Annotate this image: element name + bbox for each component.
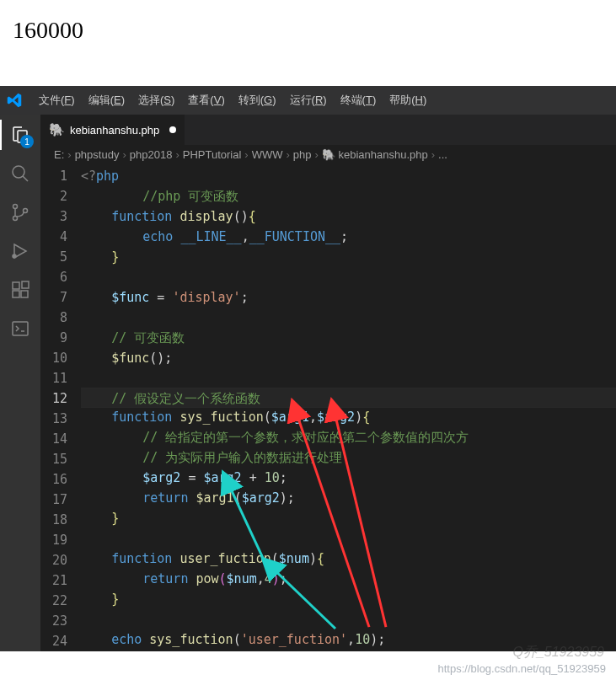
code-line[interactable] [81,528,616,549]
watermark-id: Q乔_51923959 [512,644,604,661]
svg-rect-9 [13,322,28,335]
code-line[interactable]: $func = 'display'; [81,287,616,308]
line-numbers: 123456789101112131415161718192021222324 [40,164,81,651]
code-line[interactable]: $func(); [81,348,616,368]
code-line[interactable]: function user_fuction($num){ [81,549,616,569]
menu-e[interactable]: 编辑(E) [82,89,131,111]
code-line[interactable]: //php 可变函数 [81,186,616,206]
breadcrumb-item[interactable]: ... [438,148,447,161]
chevron-right-icon: › [315,148,319,161]
code-line[interactable] [81,368,616,388]
code-line[interactable]: $arg2 = $arg2 + 10; [81,468,616,488]
code-line[interactable]: } [81,247,616,267]
svg-point-0 [13,166,24,178]
search-icon[interactable] [8,162,32,185]
menu-r[interactable]: 运行(R) [283,89,334,111]
code-line[interactable]: function display(){ [81,206,616,227]
chevron-right-icon: › [286,148,289,161]
source-control-icon[interactable] [8,201,32,224]
explorer-icon[interactable]: 1 [8,123,32,147]
breadcrumb-item[interactable]: E: [54,148,64,161]
explorer-badge: 1 [20,135,34,148]
code-line[interactable]: return pow($num,4); [81,569,616,589]
svg-rect-5 [13,282,19,289]
chevron-right-icon: › [431,148,435,161]
breadcrumbs[interactable]: E:›phpstudy›php2018›PHPTutorial›WWW›php›… [40,145,616,164]
svg-rect-7 [21,291,28,297]
vscode-window: 文件(F)编辑(E)选择(S)查看(V)转到(G)运行(R)终端(T)帮助(H)… [0,86,616,651]
chevron-right-icon: › [244,148,248,161]
menu-bar: 文件(F)编辑(E)选择(S)查看(V)转到(G)运行(R)终端(T)帮助(H) [32,89,433,111]
svg-point-4 [13,254,16,258]
breadcrumb-item[interactable]: 🐘 kebianhanshu.php [322,148,428,161]
php-file-icon: 🐘 [49,122,65,137]
menu-f[interactable]: 文件(F) [32,89,82,111]
chevron-right-icon: › [122,148,126,161]
code-line[interactable] [81,267,616,287]
code-line[interactable]: return $arg1($arg2); [81,488,616,508]
breadcrumb-item[interactable]: phpstudy [75,148,120,161]
menu-t[interactable]: 终端(T) [334,89,383,111]
code-line[interactable]: // 为实际用户输入的数据进行处理 [81,447,616,468]
watermark-url: https://blog.csdn.net/qq_51923959 [438,662,607,675]
code-line[interactable]: } [81,589,616,609]
editor-area: 🐘 kebianhanshu.php E:›phpstudy›php2018›P… [40,115,616,651]
code-line[interactable]: <?php [81,166,616,186]
editor-tab[interactable]: 🐘 kebianhanshu.php [40,115,185,145]
titlebar: 文件(F)编辑(E)选择(S)查看(V)转到(G)运行(R)终端(T)帮助(H) [0,86,616,115]
code-line[interactable] [81,308,616,328]
svg-point-3 [24,209,28,213]
chevron-right-icon: › [175,148,179,161]
svg-point-2 [13,217,18,221]
code-line[interactable]: function sys_fuction($arg1,$arg2){ [81,407,616,427]
breadcrumb-item[interactable]: WWW [252,148,283,161]
code-line[interactable]: } [81,508,616,528]
menu-h[interactable]: 帮助(H) [383,89,433,111]
tab-bar: 🐘 kebianhanshu.php [40,115,616,145]
extensions-icon[interactable] [8,278,32,302]
menu-g[interactable]: 转到(G) [232,89,283,111]
code-line[interactable] [81,609,616,629]
svg-rect-6 [13,291,19,297]
run-debug-icon[interactable] [8,239,32,263]
vscode-logo-icon [7,93,22,108]
code-line[interactable]: echo __LINE__,__FUNCTION__; [81,227,616,247]
code-line[interactable]: // 假设定义一个系统函数 [81,388,616,408]
menu-v[interactable]: 查看(V) [181,89,231,111]
breadcrumb-item[interactable]: php2018 [130,148,173,161]
browser-output: 160000 [0,0,616,86]
code-line[interactable]: // 给指定的第一个参数，求对应的第二个参数值的四次方 [81,427,616,447]
svg-rect-8 [22,281,29,288]
terminal-panel-icon[interactable] [8,317,32,340]
tab-filename: kebianhanshu.php [70,124,159,137]
breadcrumb-item[interactable]: php [293,148,312,161]
menu-s[interactable]: 选择(S) [131,89,181,111]
modified-indicator-icon [169,126,176,133]
svg-point-1 [13,205,18,209]
breadcrumb-item[interactable]: PHPTutorial [183,148,242,161]
code-content[interactable]: <?php //php 可变函数 function display(){ ech… [81,164,616,651]
activity-bar: 1 [0,115,40,651]
code-line[interactable]: // 可变函数 [81,328,616,348]
chevron-right-icon: › [67,148,71,161]
code-editor[interactable]: 123456789101112131415161718192021222324 … [40,164,616,651]
